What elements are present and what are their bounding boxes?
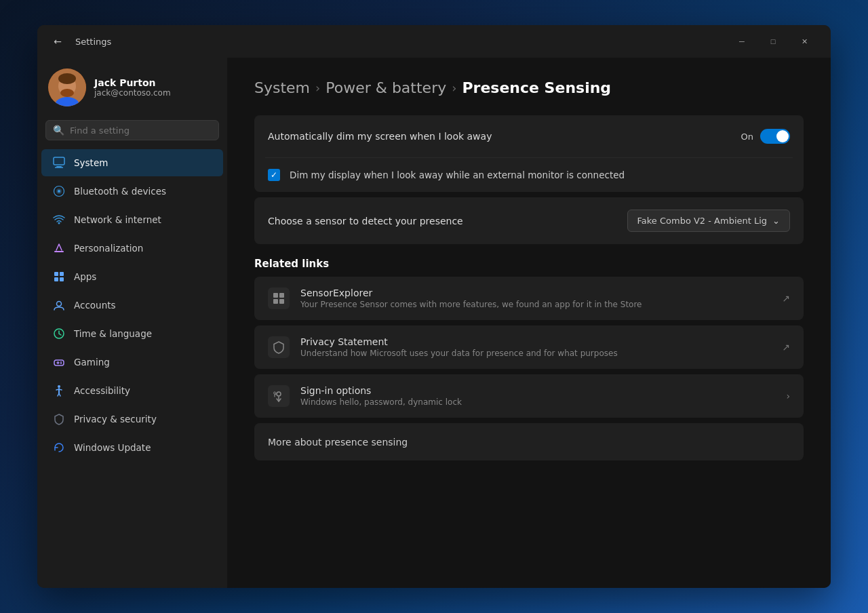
toggle-right: On <box>741 129 790 144</box>
content-area: Jack Purton jack@contoso.com 🔍 System <box>37 58 831 588</box>
sidebar-item-accessibility[interactable]: Accessibility <box>41 377 223 404</box>
more-about-card[interactable]: More about presence sensing <box>254 423 804 460</box>
privacy-icon <box>52 412 66 426</box>
svg-rect-15 <box>54 277 58 281</box>
privacy-statement-card[interactable]: Privacy Statement Understand how Microso… <box>254 325 804 369</box>
dim-external-row: ✓ Dim my display when I look away while … <box>254 158 804 192</box>
minimize-button[interactable]: ─ <box>726 31 757 52</box>
sidebar-item-time[interactable]: Time & language <box>41 320 223 347</box>
window-controls: ─ □ ✕ <box>726 31 820 52</box>
svg-rect-16 <box>60 277 64 281</box>
svg-point-11 <box>58 222 60 224</box>
sensor-explorer-sub: Your Presence Sensor comes with more fea… <box>300 300 771 309</box>
signin-options-icon <box>268 385 290 407</box>
svg-point-17 <box>57 302 62 306</box>
sidebar-item-time-label: Time & language <box>74 328 152 339</box>
sidebar-item-accounts[interactable]: Accounts <box>41 292 223 319</box>
svg-rect-28 <box>279 299 284 304</box>
svg-point-10 <box>58 190 60 193</box>
sensor-explorer-text: SensorExplorer Your Presence Sensor come… <box>300 288 771 309</box>
user-section: Jack Purton jack@contoso.com <box>37 58 227 120</box>
breadcrumb-system[interactable]: System <box>254 79 310 96</box>
dropdown-chevron-icon: ⌄ <box>772 216 780 226</box>
svg-point-2 <box>58 73 76 84</box>
gaming-icon <box>52 355 66 369</box>
svg-rect-5 <box>54 157 64 165</box>
close-button[interactable]: ✕ <box>789 31 820 52</box>
svg-rect-13 <box>54 272 58 276</box>
sidebar-item-bluetooth[interactable]: Bluetooth & devices <box>41 178 223 205</box>
svg-rect-26 <box>279 293 284 298</box>
search-input[interactable] <box>70 125 212 136</box>
signin-options-text: Sign-in options Windows hello, password,… <box>300 385 775 407</box>
privacy-statement-sub: Understand how Microsoft uses your data … <box>300 349 771 358</box>
sensor-explorer-card[interactable]: SensorExplorer Your Presence Sensor come… <box>254 277 804 320</box>
breadcrumb-power[interactable]: Power & battery <box>326 79 446 96</box>
search-icon: 🔍 <box>53 125 64 136</box>
sidebar-item-gaming[interactable]: Gaming <box>41 349 223 376</box>
sensor-explorer-icon <box>268 288 290 309</box>
svg-point-29 <box>277 392 281 396</box>
sensor-card: Choose a sensor to detect your presence … <box>254 197 804 244</box>
sensor-dropdown[interactable]: Fake Combo V2 - Ambient Lig ⌄ <box>627 210 791 232</box>
more-about-label: More about presence sensing <box>268 437 408 448</box>
related-links-header: Related links <box>254 258 804 270</box>
svg-rect-14 <box>60 272 64 276</box>
sidebar-item-gaming-label: Gaming <box>74 357 110 368</box>
breadcrumb-sep-2: › <box>452 81 456 95</box>
sidebar-item-system[interactable]: System <box>41 149 223 176</box>
dim-external-checkbox[interactable]: ✓ <box>268 169 280 181</box>
search-box[interactable]: 🔍 <box>45 120 219 140</box>
avatar <box>48 68 86 106</box>
signin-options-card[interactable]: Sign-in options Windows hello, password,… <box>254 374 804 418</box>
sidebar-item-network[interactable]: Network & internet <box>41 206 223 233</box>
user-email: jack@contoso.com <box>94 88 171 98</box>
titlebar: ← Settings ─ □ ✕ <box>37 25 831 58</box>
sidebar-item-update[interactable]: Windows Update <box>41 434 223 461</box>
window-title: Settings <box>75 37 111 47</box>
sidebar-item-privacy-label: Privacy & security <box>74 414 157 424</box>
sidebar: Jack Purton jack@contoso.com 🔍 System <box>37 58 227 588</box>
breadcrumb-current: Presence Sensing <box>462 79 611 96</box>
accessibility-icon <box>52 384 66 397</box>
time-icon <box>52 327 66 340</box>
settings-window: ← Settings ─ □ ✕ <box>37 25 831 588</box>
svg-rect-25 <box>273 293 278 298</box>
svg-point-24 <box>58 385 60 388</box>
external-link-icon-1: ↗ <box>782 293 790 304</box>
privacy-statement-title: Privacy Statement <box>300 336 771 347</box>
user-info: Jack Purton jack@contoso.com <box>94 77 171 98</box>
accounts-icon <box>52 298 66 312</box>
user-name: Jack Purton <box>94 77 171 88</box>
back-button[interactable]: ← <box>48 32 67 51</box>
svg-point-22 <box>60 361 62 363</box>
svg-point-30 <box>274 392 276 394</box>
dim-external-label: Dim my display when I look away while an… <box>290 170 625 180</box>
auto-dim-toggle[interactable] <box>760 129 790 144</box>
sidebar-item-apps[interactable]: Apps <box>41 263 223 290</box>
sensor-label: Choose a sensor to detect your presence <box>268 216 463 226</box>
apps-icon <box>52 270 66 283</box>
signin-options-sub: Windows hello, password, dynamic lock <box>300 397 775 407</box>
sensor-row: Choose a sensor to detect your presence … <box>254 197 804 244</box>
titlebar-left: ← Settings <box>48 32 111 51</box>
maximize-button[interactable]: □ <box>757 31 789 52</box>
sidebar-item-personalization-label: Personalization <box>74 243 143 254</box>
external-link-icon-2: ↗ <box>782 342 790 353</box>
breadcrumb: System › Power & battery › Presence Sens… <box>254 79 804 96</box>
signin-options-title: Sign-in options <box>300 385 775 396</box>
privacy-statement-icon <box>268 336 290 358</box>
svg-rect-12 <box>54 251 64 252</box>
sidebar-item-accessibility-label: Accessibility <box>74 385 130 396</box>
sensor-selected: Fake Combo V2 - Ambient Lig <box>637 216 768 226</box>
chevron-right-icon: › <box>786 391 790 401</box>
sidebar-item-network-label: Network & internet <box>74 214 161 225</box>
main-content: System › Power & battery › Presence Sens… <box>227 58 831 588</box>
sidebar-item-privacy[interactable]: Privacy & security <box>41 406 223 433</box>
auto-dim-label: Automatically dim my screen when I look … <box>268 131 492 142</box>
check-mark: ✓ <box>271 170 277 180</box>
update-icon <box>52 441 66 454</box>
sidebar-item-personalization[interactable]: Personalization <box>41 235 223 262</box>
sensor-explorer-title: SensorExplorer <box>300 288 771 298</box>
sidebar-item-apps-label: Apps <box>74 271 96 282</box>
